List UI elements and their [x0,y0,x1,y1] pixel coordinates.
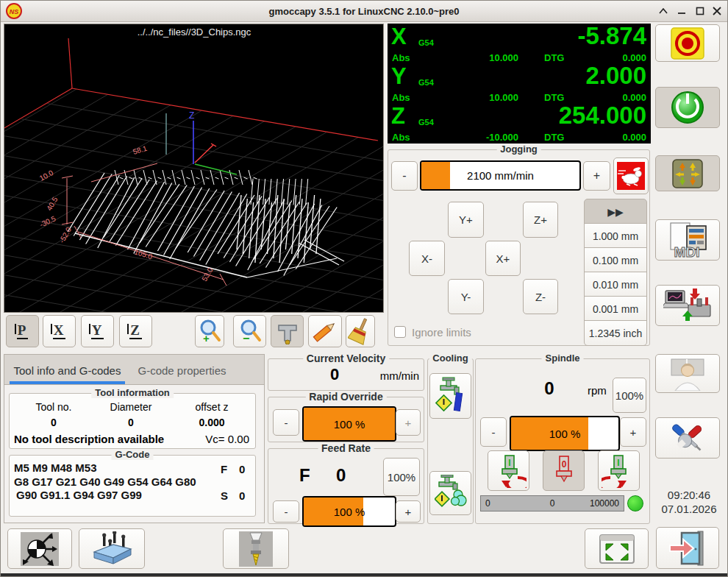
jogging-title: Jogging [496,144,541,155]
tab-label: G-code properties [138,364,226,377]
view-perspective-button[interactable]: P [6,315,39,347]
jog-y-minus-button[interactable]: Y- [448,279,484,314]
ignore-limits-checkbox[interactable] [394,326,406,338]
f-label: F [221,463,227,475]
feed-reset-button[interactable]: 100% [383,458,420,496]
feed-override-bar[interactable]: 100 % [302,496,396,527]
maximize-button[interactable] [691,4,709,18]
tool-change-button[interactable] [223,528,289,569]
settings-button[interactable] [655,417,720,459]
dro-axis-z[interactable]: Z G54 254.000 Abs -10.000 DTG 0.000 [388,105,651,144]
fast-forward-icon: ▶▶ [607,206,624,218]
feed-increase-button[interactable]: + [396,500,421,523]
mist-button[interactable] [429,471,471,515]
cooling-title: Cooling [429,353,471,364]
dro-panel[interactable]: X G54 -5.874 Abs 10.000 DTG 0.000 Y G54 … [388,24,651,144]
feed-rate-frame: Feed Rate F 0 100% - 100 % + [268,448,424,524]
tab-gcode-properties[interactable]: G-code properties [132,359,232,381]
touch-plate-button[interactable] [79,528,145,569]
rabbit-icon [617,162,645,190]
jog-label: Y+ [459,213,473,226]
axis-value: -5.874 [577,24,646,49]
turbo-jog-button[interactable] [613,157,649,194]
rapid-increase-button[interactable]: + [396,409,421,436]
rapid-override-frame: Rapid Override - 100 % + [268,397,424,442]
increment-inch-button[interactable]: 1.2345 inch [584,320,647,346]
exit-button[interactable] [656,527,719,569]
increment-1mm-button[interactable]: 1.000 mm [584,223,647,249]
view-z-button[interactable]: Z [119,315,152,347]
auto-mode-button[interactable] [655,285,720,326]
spindle-ccw-button[interactable]: I [488,450,529,491]
rapid-decrease-button[interactable]: - [273,409,299,436]
svg-text:I: I [508,458,510,468]
view-p-label: P [17,323,29,339]
svg-text:I: I [617,458,619,468]
feed-value: 100 % [304,498,395,525]
increment-continuous-button[interactable]: ▶▶ [584,199,647,224]
mdi-mode-button[interactable]: MDI [655,219,720,261]
coord-system: G54 [418,118,434,127]
fullscreen-button[interactable] [585,528,649,569]
machine-on-button[interactable] [655,87,720,128]
feed-decrease-button[interactable]: - [273,500,299,523]
spindle-cw-button[interactable]: I [598,450,640,491]
spindle-override-bar[interactable]: 100 % [510,416,620,451]
jog-z-minus-button[interactable]: Z- [523,279,558,314]
zoom-in-button[interactable]: + [195,315,224,347]
gremlin-preview[interactable]: Z 10.0 40.5 -30.5 -52.0 105.0 53.0 58.1 … [4,24,384,313]
increment-0001mm-button[interactable]: 0.001 mm [584,296,647,322]
dimensions-toggle-button[interactable] [271,315,304,347]
jog-z-plus-button[interactable]: Z+ [523,202,558,238]
jog-speed-value: 2100 mm/min [421,162,579,189]
plus-label: + [405,417,412,429]
jog-speed-decrease-button[interactable]: - [391,161,418,191]
power-icon [669,89,706,126]
jog-speed-bar[interactable]: 2100 mm/min [420,160,581,191]
view-x-button[interactable]: X [43,315,76,347]
jog-y-plus-button[interactable]: Y+ [448,202,484,238]
view-z-label: Z [129,323,142,339]
view-y-button[interactable]: Y [81,315,114,347]
manual-mode-button[interactable] [655,155,720,191]
spindle-stop-icon: 0 [549,454,579,488]
touch-plate-icon [90,531,134,567]
clear-plot-button[interactable] [346,315,375,347]
close-button[interactable] [708,4,726,18]
jog-x-minus-button[interactable]: X- [409,241,445,276]
tab-tool-info[interactable]: Tool info and G-codes [10,359,125,381]
coord-system: G54 [418,38,434,47]
feed-reset-label: 100% [388,471,415,484]
increment-01mm-button[interactable]: 0.100 mm [584,247,647,273]
dro-axis-y[interactable]: Y G54 2.000 Abs 10.000 DTG 0.000 [388,65,651,105]
spindle-increase-button[interactable]: + [620,417,646,447]
jog-speed-increase-button[interactable]: + [583,161,610,191]
user-settings-button[interactable] [655,354,720,393]
dim-z-min: -30.5 [38,214,57,229]
zoom-out-button[interactable]: − [233,315,266,347]
touch-off-button[interactable] [7,528,72,569]
draw-mode-button[interactable] [308,315,342,347]
spindle-reset-button[interactable]: 100% [613,378,646,413]
minus-label: - [492,426,496,439]
zoom-out-icon: − [237,317,263,345]
svg-text:0: 0 [561,459,566,470]
flood-button[interactable] [429,373,471,419]
dro-axis-x[interactable]: X G54 -5.874 Abs 10.000 DTG 0.000 [388,25,651,65]
feed-f-value: 0 [336,465,346,486]
diameter-header: Diameter [90,401,171,413]
shade-button[interactable] [654,4,672,18]
jog-label: Y- [461,291,471,303]
estop-button[interactable] [655,24,720,62]
spindle-decrease-button[interactable]: - [480,417,507,447]
minus-label: - [285,417,288,429]
active-gcodes-line2: G90 G91.1 G94 G97 G99 [16,489,142,501]
exit-door-icon [667,530,708,567]
axis-letter: Z [391,105,405,127]
spindle-stop-button[interactable]: 0 [543,450,585,491]
jog-x-plus-button[interactable]: X+ [485,241,521,276]
rapid-override-bar[interactable]: 100 % [302,406,396,442]
minimize-button[interactable] [673,4,690,18]
increment-001mm-button[interactable]: 0.010 mm [584,272,647,297]
axis-letter: Y [391,65,407,88]
